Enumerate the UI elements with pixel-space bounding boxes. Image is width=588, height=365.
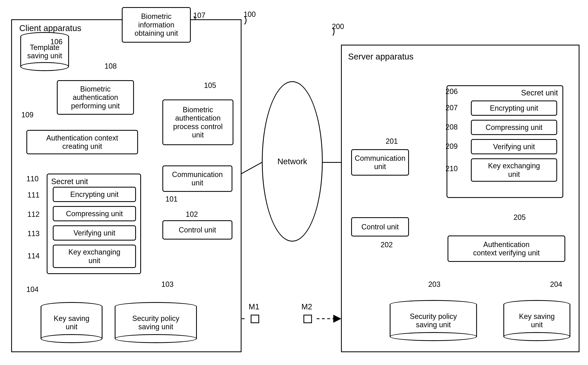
unit-label: Biometric authentication performing unit	[71, 85, 120, 110]
unit-label: Biometric information obtaining unit	[134, 12, 178, 37]
server-key-exchanging-unit: Key exchanging unit	[471, 158, 557, 182]
ref-111: 111	[28, 191, 40, 199]
client-key-saving-unit: Key saving unit	[41, 307, 103, 343]
unit-label: Communication unit	[172, 170, 223, 187]
ref-207: 207	[446, 104, 458, 112]
ref-209: 209	[446, 142, 458, 151]
ref-101: 101	[165, 195, 178, 204]
ref-201: 201	[386, 137, 398, 146]
unit-label: Control unit	[179, 226, 216, 234]
ref-110: 110	[26, 175, 39, 183]
ref-204: 204	[550, 280, 562, 289]
client-title: Client apparatus	[19, 23, 81, 33]
biometric-auth-process-control-unit: Biometric authentication process control…	[162, 99, 233, 145]
client-key-exchanging-unit: Key exchanging unit	[53, 245, 136, 268]
client-control-unit: Control unit	[162, 220, 232, 239]
biometric-auth-performing-unit: Biometric authentication performing unit	[57, 80, 134, 115]
unit-label: Biometric authentication process control…	[173, 105, 223, 139]
auth-context-verifying-unit: Authentication context verifying unit	[448, 235, 565, 262]
ref-105: 105	[204, 81, 216, 90]
server-verifying-unit: Verifying unit	[471, 139, 557, 154]
client-verifying-unit: Verifying unit	[53, 225, 136, 241]
client-security-policy-saving-unit: Security policy saving unit	[115, 307, 197, 343]
ref-210: 210	[446, 164, 458, 173]
ref-108: 108	[105, 62, 117, 70]
client-communication-unit: Communication unit	[162, 165, 232, 192]
server-compressing-unit: Compressing unit	[471, 120, 557, 135]
unit-label: Authentication context creating unit	[46, 134, 118, 151]
ref-113: 113	[28, 229, 40, 238]
server-key-saving-unit: Key saving unit	[503, 304, 570, 341]
ref-205: 205	[513, 213, 526, 222]
ref-106: 106	[50, 38, 63, 46]
ref-102: 102	[186, 210, 198, 219]
server-encrypting-unit: Encrypting unit	[471, 100, 557, 116]
m1-marker	[251, 315, 259, 323]
m1-label: M1	[249, 302, 259, 311]
server-title: Server apparatus	[348, 52, 413, 62]
ref-104: 104	[26, 285, 39, 294]
ref-208: 208	[446, 123, 458, 131]
ref-200: 200	[332, 22, 344, 31]
server-security-policy-saving-unit: Security policy saving unit	[390, 304, 477, 341]
ref-109: 109	[21, 111, 34, 119]
ref-206: 206	[446, 87, 458, 96]
m2-label: M2	[301, 302, 312, 311]
ref-114: 114	[28, 252, 40, 260]
ref-202: 202	[381, 241, 393, 249]
ref-203: 203	[428, 280, 441, 289]
client-encrypting-unit: Encrypting unit	[53, 187, 136, 202]
client-compressing-unit: Compressing unit	[53, 206, 136, 221]
auth-context-creating-unit: Authentication context creating unit	[26, 130, 138, 154]
ref-103: 103	[161, 280, 174, 289]
ref-112: 112	[28, 210, 40, 219]
server-control-unit: Control unit	[351, 217, 409, 237]
network: Network	[262, 81, 323, 242]
server-communication-unit: Communication unit	[351, 149, 409, 175]
biometric-info-obtaining-unit: Biometric information obtaining unit	[122, 7, 191, 43]
ref-100: 100	[244, 10, 256, 19]
ref-107: 107	[193, 11, 205, 20]
m2-marker	[303, 315, 312, 323]
secret-title: Secret unit	[521, 89, 558, 98]
secret-title: Secret unit	[51, 177, 88, 186]
